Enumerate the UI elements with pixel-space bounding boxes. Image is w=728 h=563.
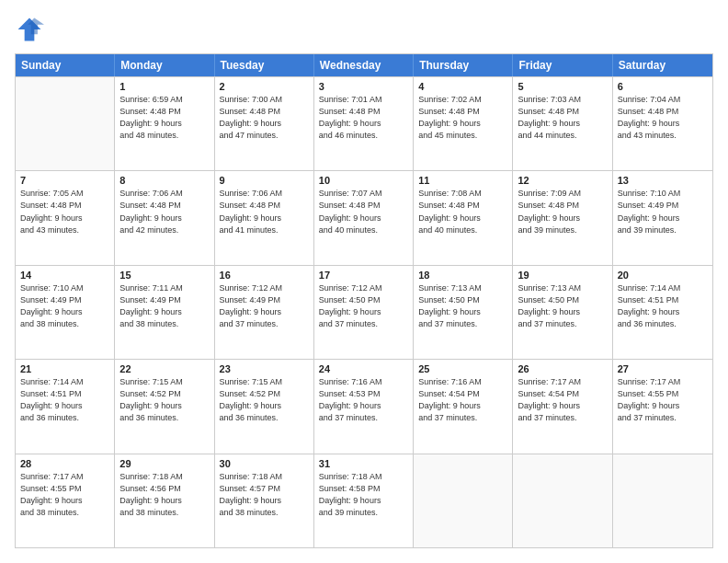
day-number: 16 — [220, 270, 309, 281]
day-number: 11 — [418, 175, 507, 186]
calendar-cell: 8Sunrise: 7:06 AM Sunset: 4:48 PM Daylig… — [115, 171, 214, 264]
cell-info: Sunrise: 7:01 AM Sunset: 4:48 PM Dayligh… — [319, 94, 408, 142]
day-number: 10 — [319, 175, 408, 186]
calendar-row: 14Sunrise: 7:10 AM Sunset: 4:49 PM Dayli… — [16, 265, 712, 359]
weekday-header: Tuesday — [215, 54, 314, 76]
calendar-header: SundayMondayTuesdayWednesdayThursdayFrid… — [16, 54, 712, 76]
calendar-cell: 7Sunrise: 7:05 AM Sunset: 4:48 PM Daylig… — [16, 171, 115, 264]
day-number: 26 — [518, 363, 607, 374]
day-number: 5 — [518, 81, 607, 92]
day-number: 27 — [618, 363, 708, 374]
day-number: 9 — [220, 175, 309, 186]
day-number: 8 — [119, 175, 209, 186]
calendar-row: 7Sunrise: 7:05 AM Sunset: 4:48 PM Daylig… — [16, 170, 712, 264]
cell-info: Sunrise: 7:18 AM Sunset: 4:58 PM Dayligh… — [319, 471, 408, 519]
cell-info: Sunrise: 7:13 AM Sunset: 4:50 PM Dayligh… — [518, 282, 607, 330]
day-number: 2 — [220, 81, 309, 92]
day-number: 7 — [20, 175, 109, 186]
cell-info: Sunrise: 7:07 AM Sunset: 4:48 PM Dayligh… — [319, 188, 408, 236]
calendar-row: 28Sunrise: 7:17 AM Sunset: 4:55 PM Dayli… — [16, 454, 712, 547]
calendar-cell: 28Sunrise: 7:17 AM Sunset: 4:55 PM Dayli… — [16, 454, 115, 547]
calendar-cell: 21Sunrise: 7:14 AM Sunset: 4:51 PM Dayli… — [16, 360, 115, 453]
calendar-cell: 17Sunrise: 7:12 AM Sunset: 4:50 PM Dayli… — [314, 266, 414, 359]
cell-info: Sunrise: 7:16 AM Sunset: 4:53 PM Dayligh… — [319, 376, 408, 424]
day-number: 6 — [618, 81, 708, 92]
cell-info: Sunrise: 7:14 AM Sunset: 4:51 PM Dayligh… — [20, 376, 109, 424]
calendar-cell: 19Sunrise: 7:13 AM Sunset: 4:50 PM Dayli… — [513, 266, 612, 359]
cell-info: Sunrise: 6:59 AM Sunset: 4:48 PM Dayligh… — [119, 94, 209, 142]
cell-info: Sunrise: 7:10 AM Sunset: 4:49 PM Dayligh… — [618, 188, 708, 236]
calendar-cell: 12Sunrise: 7:09 AM Sunset: 4:48 PM Dayli… — [513, 171, 612, 264]
day-number: 21 — [20, 363, 109, 374]
weekday-header: Friday — [513, 54, 612, 76]
cell-info: Sunrise: 7:09 AM Sunset: 4:48 PM Dayligh… — [518, 188, 607, 236]
calendar-row: 21Sunrise: 7:14 AM Sunset: 4:51 PM Dayli… — [16, 359, 712, 453]
day-number: 30 — [220, 458, 309, 469]
weekday-header: Monday — [115, 54, 214, 76]
weekday-header: Saturday — [613, 54, 712, 76]
cell-info: Sunrise: 7:16 AM Sunset: 4:54 PM Dayligh… — [418, 376, 507, 424]
calendar-cell: 23Sunrise: 7:15 AM Sunset: 4:52 PM Dayli… — [215, 360, 314, 453]
calendar-cell: 20Sunrise: 7:14 AM Sunset: 4:51 PM Dayli… — [613, 266, 712, 359]
cell-info: Sunrise: 7:11 AM Sunset: 4:49 PM Dayligh… — [119, 282, 209, 330]
day-number: 13 — [618, 175, 708, 186]
calendar-cell: 4Sunrise: 7:02 AM Sunset: 4:48 PM Daylig… — [414, 77, 513, 170]
calendar-row: 1Sunrise: 6:59 AM Sunset: 4:48 PM Daylig… — [16, 76, 712, 170]
day-number: 18 — [418, 270, 507, 281]
day-number: 22 — [119, 363, 209, 374]
header — [15, 15, 713, 44]
calendar-cell: 15Sunrise: 7:11 AM Sunset: 4:49 PM Dayli… — [115, 266, 214, 359]
logo-icon — [15, 15, 44, 44]
day-number: 20 — [618, 270, 708, 281]
calendar-cell: 27Sunrise: 7:17 AM Sunset: 4:55 PM Dayli… — [613, 360, 712, 453]
cell-info: Sunrise: 7:02 AM Sunset: 4:48 PM Dayligh… — [418, 94, 507, 142]
cell-info: Sunrise: 7:08 AM Sunset: 4:48 PM Dayligh… — [418, 188, 507, 236]
day-number: 23 — [220, 363, 309, 374]
calendar-cell: 13Sunrise: 7:10 AM Sunset: 4:49 PM Dayli… — [613, 171, 712, 264]
calendar-cell — [613, 454, 712, 547]
cell-info: Sunrise: 7:18 AM Sunset: 4:56 PM Dayligh… — [119, 471, 209, 519]
cell-info: Sunrise: 7:15 AM Sunset: 4:52 PM Dayligh… — [119, 376, 209, 424]
page: SundayMondayTuesdayWednesdayThursdayFrid… — [0, 0, 728, 563]
day-number: 25 — [418, 363, 507, 374]
cell-info: Sunrise: 7:18 AM Sunset: 4:57 PM Dayligh… — [220, 471, 309, 519]
day-number: 19 — [518, 270, 607, 281]
weekday-header: Sunday — [16, 54, 115, 76]
cell-info: Sunrise: 7:15 AM Sunset: 4:52 PM Dayligh… — [220, 376, 309, 424]
calendar-cell — [16, 77, 115, 170]
calendar-cell: 9Sunrise: 7:06 AM Sunset: 4:48 PM Daylig… — [215, 171, 314, 264]
calendar: SundayMondayTuesdayWednesdayThursdayFrid… — [15, 53, 713, 548]
cell-info: Sunrise: 7:13 AM Sunset: 4:50 PM Dayligh… — [418, 282, 507, 330]
cell-info: Sunrise: 7:04 AM Sunset: 4:48 PM Dayligh… — [618, 94, 708, 142]
cell-info: Sunrise: 7:00 AM Sunset: 4:48 PM Dayligh… — [220, 94, 309, 142]
weekday-header: Thursday — [414, 54, 513, 76]
day-number: 24 — [319, 363, 408, 374]
day-number: 4 — [418, 81, 507, 92]
calendar-cell: 3Sunrise: 7:01 AM Sunset: 4:48 PM Daylig… — [314, 77, 414, 170]
calendar-cell: 30Sunrise: 7:18 AM Sunset: 4:57 PM Dayli… — [215, 454, 314, 547]
day-number: 31 — [319, 458, 408, 469]
calendar-cell: 5Sunrise: 7:03 AM Sunset: 4:48 PM Daylig… — [513, 77, 612, 170]
logo — [15, 15, 48, 44]
calendar-cell: 26Sunrise: 7:17 AM Sunset: 4:54 PM Dayli… — [513, 360, 612, 453]
calendar-cell — [513, 454, 612, 547]
cell-info: Sunrise: 7:03 AM Sunset: 4:48 PM Dayligh… — [518, 94, 607, 142]
calendar-cell: 18Sunrise: 7:13 AM Sunset: 4:50 PM Dayli… — [414, 266, 513, 359]
day-number: 15 — [119, 270, 209, 281]
calendar-body: 1Sunrise: 6:59 AM Sunset: 4:48 PM Daylig… — [16, 76, 712, 547]
day-number: 3 — [319, 81, 408, 92]
cell-info: Sunrise: 7:06 AM Sunset: 4:48 PM Dayligh… — [119, 188, 209, 236]
day-number: 12 — [518, 175, 607, 186]
calendar-cell: 29Sunrise: 7:18 AM Sunset: 4:56 PM Dayli… — [115, 454, 214, 547]
day-number: 28 — [20, 458, 109, 469]
day-number: 29 — [119, 458, 209, 469]
cell-info: Sunrise: 7:17 AM Sunset: 4:55 PM Dayligh… — [20, 471, 109, 519]
calendar-cell: 14Sunrise: 7:10 AM Sunset: 4:49 PM Dayli… — [16, 266, 115, 359]
cell-info: Sunrise: 7:17 AM Sunset: 4:54 PM Dayligh… — [518, 376, 607, 424]
calendar-cell: 25Sunrise: 7:16 AM Sunset: 4:54 PM Dayli… — [414, 360, 513, 453]
calendar-cell — [414, 454, 513, 547]
calendar-cell: 2Sunrise: 7:00 AM Sunset: 4:48 PM Daylig… — [215, 77, 314, 170]
calendar-cell: 6Sunrise: 7:04 AM Sunset: 4:48 PM Daylig… — [613, 77, 712, 170]
calendar-cell: 1Sunrise: 6:59 AM Sunset: 4:48 PM Daylig… — [115, 77, 214, 170]
day-number: 17 — [319, 270, 408, 281]
